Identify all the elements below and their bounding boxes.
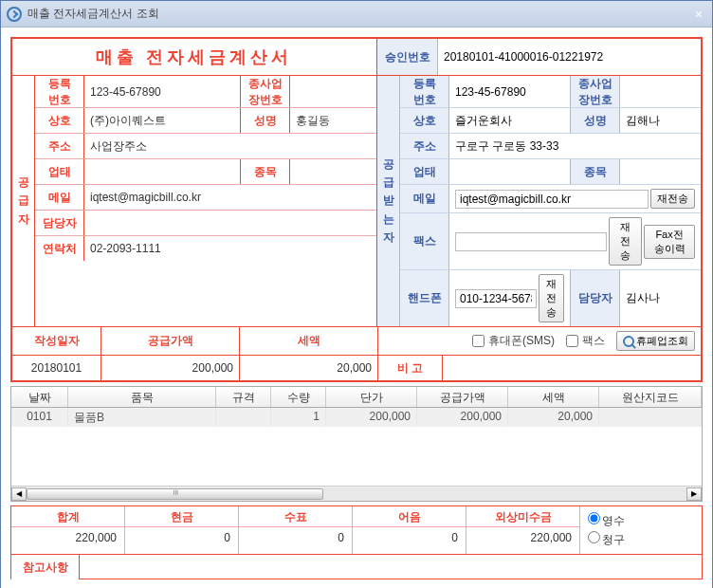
- remark-value: [443, 356, 701, 380]
- supplier-biztype-label: 업태: [35, 159, 84, 184]
- note-value: 0: [353, 527, 466, 548]
- customer-biztype: [449, 159, 571, 184]
- scroll-left-icon[interactable]: ◀: [11, 487, 27, 501]
- supplier-name: 홍길동: [290, 108, 376, 133]
- sum-value: 220,000: [11, 527, 124, 548]
- sms-checkbox[interactable]: 휴대폰(SMS): [472, 333, 555, 349]
- remark-label: 비 고: [378, 356, 443, 380]
- horizontal-scrollbar[interactable]: ◀ ▶: [11, 486, 702, 501]
- col-qty: 수량: [271, 387, 326, 407]
- resend-fax-button[interactable]: 재전송: [609, 217, 642, 266]
- col-item: 품목: [68, 387, 216, 407]
- supplier-phone: 02-2093-1111: [84, 236, 376, 261]
- doc-title: 매출 전자세금계산서: [12, 39, 377, 75]
- supply-value: 200,000: [101, 356, 240, 380]
- customer-mobile-label: 핸드폰: [400, 270, 449, 326]
- supplier-company-label: 상호: [35, 108, 84, 133]
- customer-subbiz: [620, 76, 701, 107]
- customer-fax-label: 팩스: [400, 213, 449, 269]
- supplier-manager-label: 담당자: [35, 211, 84, 235]
- window-title: 매출 전자세금계산서 조회: [27, 6, 159, 22]
- customer-regno: 123-45-67890: [449, 76, 571, 107]
- supply-label: 공급가액: [101, 327, 240, 355]
- notes-label: 참고사항: [11, 555, 80, 579]
- claim-radio[interactable]: 청구: [588, 531, 694, 548]
- supplier-email-label: 메일: [35, 185, 84, 210]
- closure-check-button[interactable]: 휴폐업조회: [616, 331, 695, 351]
- customer-bizitem-label: 종목: [571, 159, 620, 184]
- customer-email-label: 메일: [400, 185, 449, 212]
- customer-email-input[interactable]: [455, 190, 649, 209]
- supplier-bizitem: [290, 159, 376, 184]
- supplier-addr-label: 주소: [35, 134, 84, 158]
- supplier-bizitem-label: 종목: [241, 159, 290, 184]
- customer-vlabel: 공 급 받 는 자: [383, 156, 394, 247]
- supplier-subbiz: [290, 76, 376, 107]
- customer-manager: 김사나: [620, 270, 701, 326]
- customer-name-label: 성명: [571, 108, 620, 133]
- supplier-company: (주)아이퀘스트: [84, 108, 241, 133]
- items-grid: 날짜 품목 규격 수량 단가 공급가액 세액 원산지코드 0101 물품B 1 …: [10, 386, 703, 502]
- receipt-radio[interactable]: 영수: [588, 512, 694, 529]
- customer-company: 즐거운회사: [449, 108, 571, 133]
- credit-label: 외상미수금: [466, 506, 579, 527]
- title-bar: 매출 전자세금계산서 조회 ×: [1, 1, 712, 28]
- customer-regno-label: 등록 번호: [400, 76, 449, 107]
- supplier-regno-label: 등록 번호: [35, 76, 84, 107]
- supplier-manager: [84, 211, 376, 235]
- credit-value: 220,000: [466, 527, 579, 548]
- resend-email-button[interactable]: 재전송: [650, 189, 695, 209]
- customer-addr: 구로구 구로동 33-33: [449, 134, 701, 158]
- col-spec: 규격: [216, 387, 271, 407]
- approval-value: 20180101-41000016-01221972: [438, 39, 701, 75]
- customer-fax-input[interactable]: [455, 232, 607, 251]
- notes-value: [80, 555, 702, 579]
- close-icon[interactable]: ×: [691, 7, 706, 22]
- fax-checkbox[interactable]: 팩스: [566, 333, 605, 349]
- tax-value: 20,000: [240, 356, 378, 380]
- col-tax: 세액: [508, 387, 599, 407]
- customer-addr-label: 주소: [400, 134, 449, 158]
- resend-mobile-button[interactable]: 재전송: [539, 274, 564, 322]
- fax-history-button[interactable]: Fax전송이력: [644, 225, 695, 259]
- cash-label: 현금: [125, 506, 238, 527]
- tax-label: 세액: [240, 327, 378, 355]
- customer-biztype-label: 업태: [400, 159, 449, 184]
- col-price: 단가: [326, 387, 417, 407]
- sum-label: 합계: [11, 506, 124, 527]
- search-icon: [623, 336, 634, 347]
- app-icon: [7, 7, 22, 22]
- customer-manager-label: 담당자: [571, 270, 620, 326]
- customer-mobile-input[interactable]: [455, 289, 537, 308]
- note-label: 어음: [353, 506, 466, 527]
- approval-label: 승인번호: [377, 39, 438, 75]
- supplier-name-label: 성명: [241, 108, 290, 133]
- cash-value: 0: [125, 527, 238, 548]
- customer-name: 김해나: [620, 108, 701, 133]
- col-supply: 공급가액: [417, 387, 508, 407]
- check-label: 수표: [239, 506, 352, 527]
- customer-subbiz-label: 종사업 장번호: [571, 76, 620, 107]
- date-label: 작성일자: [12, 327, 101, 355]
- scroll-right-icon[interactable]: ▶: [686, 487, 702, 501]
- supplier-email: iqtest@magicbill.co.kr: [84, 185, 376, 210]
- supplier-regno: 123-45-67890: [84, 76, 241, 107]
- supplier-subbiz-label: 종사업 장번호: [241, 76, 290, 107]
- customer-bizitem: [620, 159, 701, 184]
- table-row[interactable]: 0101 물품B 1 200,000 200,000 20,000: [11, 408, 702, 427]
- check-value: 0: [239, 527, 352, 548]
- supplier-biztype: [84, 159, 241, 184]
- customer-company-label: 상호: [400, 108, 449, 133]
- supplier-phone-label: 연락처: [35, 236, 84, 261]
- col-origin: 원산지코드: [599, 387, 702, 407]
- date-value: 20180101: [12, 356, 101, 380]
- supplier-vlabel: 공 급 자: [18, 174, 29, 229]
- scroll-thumb[interactable]: [27, 488, 323, 500]
- col-date: 날짜: [11, 387, 68, 407]
- supplier-addr: 사업장주소: [84, 134, 376, 158]
